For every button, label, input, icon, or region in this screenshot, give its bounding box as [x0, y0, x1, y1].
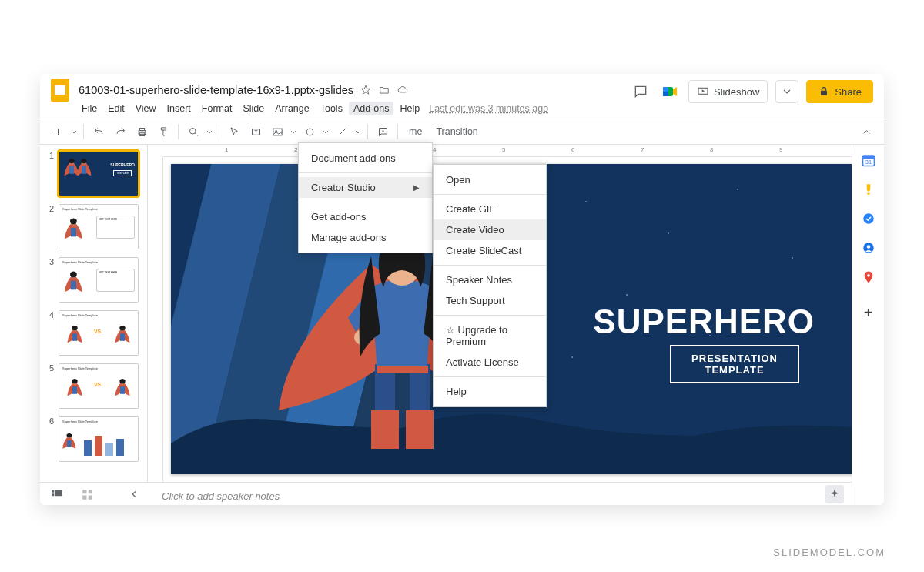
thumbnail-4[interactable]: Superhero Slide TemplateVS — [59, 310, 139, 356]
line-dropdown[interactable] — [353, 122, 363, 142]
menu-add-ons[interactable]: Add-ons — [349, 102, 394, 115]
svg-rect-28 — [72, 386, 77, 394]
svg-marker-2 — [361, 85, 370, 94]
maps-icon[interactable] — [861, 269, 876, 285]
creator-item-5[interactable]: Tech Support — [434, 290, 546, 311]
creator-item-8[interactable]: Help — [434, 381, 546, 402]
star-icon[interactable] — [360, 84, 372, 96]
svg-rect-32 — [67, 440, 71, 447]
calendar-icon[interactable]: 31 — [861, 152, 876, 168]
thumbnail-5[interactable]: Superhero Slide TemplateVS — [59, 363, 139, 409]
menu-arrange[interactable]: Arrange — [270, 102, 313, 115]
menu-help[interactable]: Help — [395, 102, 424, 115]
svg-rect-37 — [116, 439, 124, 456]
addons-item-2[interactable]: Get add-ons — [299, 206, 432, 227]
explore-button[interactable] — [825, 485, 844, 503]
new-slide-button[interactable] — [48, 122, 68, 142]
keep-icon[interactable] — [861, 182, 876, 197]
svg-rect-47 — [82, 490, 86, 493]
menu-tools[interactable]: Tools — [316, 102, 347, 115]
menu-edit[interactable]: Edit — [103, 102, 129, 115]
svg-rect-30 — [120, 386, 125, 394]
slide-subtitle-2: TEMPLATE — [691, 364, 778, 376]
svg-point-11 — [189, 128, 196, 134]
share-button[interactable]: Share — [806, 80, 873, 103]
separator — [83, 124, 84, 139]
tasks-icon[interactable] — [861, 211, 876, 226]
thumbnail-2[interactable]: Superhero Slide TemplateEDIT TEXT HERE — [59, 204, 139, 249]
menu-view[interactable]: View — [131, 102, 161, 115]
contacts-icon[interactable] — [861, 240, 876, 256]
separator — [178, 124, 179, 139]
grid-view-icon[interactable] — [80, 487, 95, 502]
menu-slide[interactable]: Slide — [238, 102, 269, 115]
filmstrip-view-icon[interactable] — [49, 487, 65, 502]
paint-format-button[interactable] — [153, 122, 173, 142]
transition-button[interactable]: Transition — [430, 126, 484, 137]
cloud-saved-icon[interactable] — [397, 84, 409, 96]
select-tool[interactable] — [224, 122, 244, 142]
menu-insert[interactable]: Insert — [162, 102, 196, 115]
slideshow-label: Slideshow — [714, 86, 759, 98]
slides-logo-icon[interactable] — [49, 76, 71, 104]
creator-item-3[interactable]: Create SlideCast — [434, 240, 546, 261]
creator-item-1[interactable]: Create GIF — [434, 199, 546, 219]
move-folder-icon[interactable] — [378, 84, 390, 96]
doc-title[interactable]: 61003-01-superhero-slide-template-16x9-1… — [79, 84, 353, 96]
svg-rect-20 — [71, 228, 76, 237]
add-addon-icon[interactable]: + — [861, 305, 876, 320]
thumbnail-3[interactable]: Superhero Slide TemplateEDIT TEXT HERE — [59, 257, 139, 303]
creator-item-0[interactable]: Open — [434, 169, 546, 190]
toolbar: me Transition — [40, 119, 884, 145]
meet-icon[interactable] — [659, 81, 681, 102]
thumbnail-6[interactable]: Superhero Slide Template — [59, 416, 139, 462]
shape-dropdown[interactable] — [321, 122, 330, 142]
menu-bar: FileEditViewInsertFormatSlideArrangeTool… — [40, 102, 884, 119]
addons-item-3[interactable]: Manage add-ons — [299, 227, 432, 248]
svg-rect-4 — [663, 87, 668, 92]
svg-rect-50 — [89, 495, 92, 499]
print-button[interactable] — [132, 122, 152, 142]
svg-text:31: 31 — [865, 159, 871, 166]
zoom-button[interactable] — [183, 122, 203, 142]
redo-button[interactable] — [110, 122, 130, 142]
svg-rect-34 — [84, 440, 92, 456]
svg-rect-18 — [82, 166, 86, 174]
svg-rect-9 — [139, 128, 144, 130]
view-bar — [40, 482, 852, 505]
thumbnail-1[interactable]: SUPERHEROTEMPLATE — [59, 151, 139, 196]
theme-label-partial[interactable]: me — [403, 126, 428, 137]
slideshow-dropdown-button[interactable] — [775, 80, 798, 103]
menu-format[interactable]: Format — [197, 102, 237, 115]
slideshow-button[interactable]: Slideshow — [688, 80, 768, 103]
comments-icon[interactable] — [630, 81, 651, 102]
svg-rect-48 — [89, 490, 92, 493]
creator-item-2[interactable]: Create Video — [434, 219, 546, 240]
undo-button[interactable] — [89, 122, 109, 142]
title-row: 61003-01-superhero-slide-template-16x9-1… — [79, 84, 409, 96]
zoom-dropdown[interactable] — [205, 122, 214, 142]
svg-point-15 — [306, 129, 313, 135]
image-dropdown[interactable] — [289, 122, 298, 142]
creator-studio-submenu: OpenCreate GIFCreate VideoCreate SlideCa… — [433, 164, 547, 407]
creator-item-6[interactable]: ☆ Upgrade to Premium — [434, 319, 546, 352]
creator-item-7[interactable]: Activate License — [434, 352, 546, 373]
collapse-panel-button[interactable] — [856, 122, 876, 142]
comment-button[interactable] — [373, 122, 393, 142]
menu-file[interactable]: File — [77, 102, 102, 115]
creator-item-4[interactable]: Speaker Notes — [434, 269, 546, 290]
collapse-filmstrip-icon[interactable] — [126, 487, 142, 502]
addons-item-0[interactable]: Document add-ons — [299, 148, 432, 169]
header-right: Slideshow Share — [630, 80, 873, 103]
image-tool[interactable] — [267, 122, 287, 142]
shape-tool[interactable] — [300, 122, 320, 142]
line-tool[interactable] — [332, 122, 352, 142]
svg-rect-36 — [105, 443, 113, 456]
separator — [367, 124, 368, 139]
last-edit-text[interactable]: Last edit was 3 minutes ago — [429, 103, 548, 114]
addons-item-1[interactable]: Creator Studio▶ — [299, 177, 432, 198]
textbox-tool[interactable] — [246, 122, 266, 142]
svg-point-56 — [866, 245, 870, 249]
new-slide-dropdown[interactable] — [69, 122, 79, 142]
svg-rect-1 — [55, 85, 65, 95]
